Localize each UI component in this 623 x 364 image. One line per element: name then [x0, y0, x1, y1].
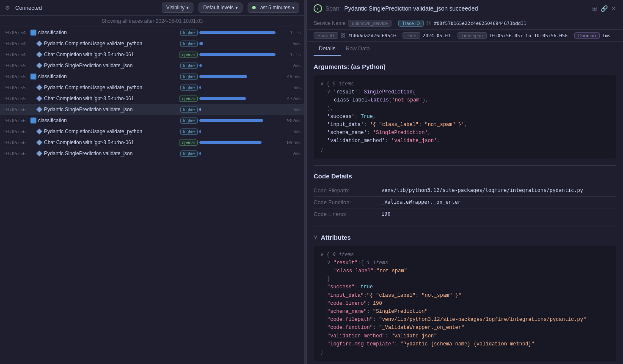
trace-bar-fill — [199, 141, 262, 144]
args-line-5: 'input_data': '{ "class_label": "not_spa… — [320, 121, 609, 129]
trace-bar-fill — [199, 53, 276, 56]
meta-bar2: Span ID ⛓ #b0b6da2d76c69540 Date 2024-05… — [307, 30, 623, 42]
trace-row[interactable]: 10:05:55Chat Completion with 'gpt-3.5-tu… — [0, 93, 304, 104]
tab-details[interactable]: Details — [314, 42, 341, 56]
trace-list[interactable]: 10:05:54classificationlogfire1.1s10:05:5… — [0, 27, 304, 364]
trace-tag: logfire — [180, 85, 198, 91]
span-title-text: Pydantic SinglePrediction validate_json … — [344, 5, 478, 12]
trace-row[interactable]: 10:05:56Chat Completion with 'gpt-3.5-tu… — [0, 137, 304, 148]
chevron-down-icon: ▾ — [186, 5, 189, 11]
trace-bar-area: 902ms — [199, 118, 301, 123]
trace-duration: 477ms — [282, 96, 301, 101]
trace-bar-track — [199, 64, 279, 67]
detail-content: Arguments: (as Python) ∨ { 5 items ∨ 're… — [307, 56, 623, 364]
trace-name: Chat Completion with 'gpt-3.5-turbo-061 — [44, 52, 177, 57]
attr-line-8: "code.filepath": "venv/lib/python3.12/si… — [320, 316, 609, 324]
trace-row[interactable]: 10:05:56Pydantic SinglePrediction valida… — [0, 104, 304, 115]
trace-row[interactable]: 10:05:55classificationlogfire491ms — [0, 71, 304, 82]
attributes-header[interactable]: ∨ Attributes — [314, 234, 616, 241]
trace-bar-fill — [199, 42, 203, 45]
trace-row[interactable]: 10:05:56classificationlogfire902ms — [0, 115, 304, 126]
args-line-8: } — [320, 145, 609, 153]
chain-icon2: ⛓ — [341, 33, 346, 38]
trace-bar-area: 1.1s — [199, 52, 301, 57]
code-details-title: Code Details — [314, 172, 616, 180]
date-item: Date 2024-05-01 — [402, 32, 450, 39]
trace-bar-track — [199, 31, 279, 34]
close-icon[interactable]: ✕ — [611, 5, 616, 12]
gear-icon[interactable]: ⚙ — [5, 5, 10, 11]
attr-line-4: "success": true — [320, 283, 609, 291]
trace-bar-track — [199, 141, 279, 144]
service-name-item: Service Name unknown_service — [314, 20, 391, 27]
trace-name: Pydantic SinglePrediction validate_json — [44, 151, 179, 156]
trace-row[interactable]: 10:05:54Chat Completion with 'gpt-3.5-tu… — [0, 49, 304, 60]
trace-tag: openai — [179, 140, 198, 146]
trace-time: 10:05:56 — [3, 118, 29, 123]
span-id-item: Span ID ⛓ #b0b6da2d76c69540 — [314, 32, 396, 39]
trace-time: 10:05:55 — [3, 74, 29, 79]
code-filepath-label: Code Filepath: — [314, 187, 381, 194]
trace-tag: openai — [179, 96, 198, 102]
trace-time: 10:05:54 — [3, 30, 29, 36]
trace-row[interactable]: 10:05:54Pydantic CompletionUsage validat… — [0, 38, 304, 49]
code-function-label: Code Function: — [314, 199, 381, 205]
trace-icon-square — [30, 30, 36, 36]
trace-duration: 2ms — [282, 63, 301, 68]
trace-duration: 1ms — [282, 85, 301, 90]
code-function-row: Code Function: _ValidateWrapper._on_ente… — [314, 196, 616, 208]
trace-name: classification — [38, 74, 179, 79]
trace-bar-fill — [199, 152, 201, 155]
trace-row[interactable]: 10:05:56Pydantic SinglePrediction valida… — [0, 148, 304, 159]
trace-bar-fill — [199, 75, 247, 78]
trace-time: 10:05:56 — [3, 107, 29, 112]
attr-line-10: "validation_method": "validate_json" — [320, 332, 609, 340]
divider2 — [314, 227, 616, 227]
attr-line-0: ∨ { 9 items — [320, 251, 609, 259]
attr-line-1: ∨ "result":{ 1 items — [320, 259, 609, 267]
trace-bar-area: 2ms — [199, 151, 301, 156]
detail-header: i Span: Pydantic SinglePrediction valida… — [307, 0, 623, 17]
trace-name: classification — [38, 30, 179, 36]
divider1 — [314, 165, 616, 166]
trace-tag: logfire — [180, 151, 198, 157]
args-line-4: 'success': True, — [320, 113, 609, 121]
trace-row[interactable]: 10:05:55Pydantic SinglePrediction valida… — [0, 60, 304, 71]
trace-duration: 5ms — [282, 41, 301, 47]
trace-bar-fill — [199, 31, 276, 34]
trace-name: Pydantic CompletionUsage validate_python — [44, 41, 179, 47]
link-icon[interactable]: 🔗 — [601, 5, 608, 12]
attr-line-6: "code.lineno": 190 — [320, 300, 609, 308]
trace-tag: logfire — [180, 107, 198, 113]
trace-row[interactable]: 10:05:56Pydantic CompletionUsage validat… — [0, 126, 304, 137]
chain-icon1: ⛓ — [426, 20, 431, 26]
trace-icon-diamond — [36, 129, 42, 134]
attr-line-2: "class_label":"not_spam" — [320, 267, 609, 275]
meta-bar1: Service Name unknown_service Trace ID ⛓ … — [307, 17, 623, 30]
trace-icon-square — [30, 118, 36, 123]
trace-time: 10:05:54 — [3, 41, 29, 47]
trace-name: classification — [38, 118, 179, 123]
time-span-value: 10:05:56.057 to 10:05:56.058 — [489, 33, 568, 38]
trace-row[interactable]: 10:05:54classificationlogfire1.1s — [0, 27, 304, 38]
top-bar: ⚙ Connected Visibility ▾ Default levels … — [0, 0, 304, 16]
default-levels-button[interactable]: Default levels ▾ — [198, 3, 243, 13]
tab-raw-data[interactable]: Raw Data — [341, 42, 375, 56]
visibility-button[interactable]: Visibility ▾ — [162, 3, 193, 13]
attributes-section: ∨ Attributes ∨ { 9 items ∨ "result":{ 1 … — [314, 234, 616, 361]
attributes-title: Attributes — [321, 234, 351, 241]
date-value: 2024-05-01 — [423, 33, 451, 38]
trace-time: 10:05:56 — [3, 129, 29, 134]
time-range-button[interactable]: Last 5 minutes ▾ — [248, 3, 299, 13]
service-name-value: unknown_service — [348, 20, 391, 27]
args-line-7: 'validation_method': 'validate_json', — [320, 137, 609, 145]
trace-time: 10:05:56 — [3, 140, 29, 145]
trace-name: Chat Completion with 'gpt-3.5-turbo-061 — [44, 140, 177, 145]
trace-bar-track — [199, 42, 279, 45]
trace-bar-area: 1.1s — [199, 30, 301, 36]
trace-icon-square — [30, 74, 36, 79]
trace-row[interactable]: 10:05:55Pydantic CompletionUsage validat… — [0, 82, 304, 93]
trace-name: Chat Completion with 'gpt-3.5-turbo-061 — [44, 96, 177, 101]
attributes-code-block: ∨ { 9 items ∨ "result":{ 1 items "class_… — [314, 246, 616, 361]
expand-icon[interactable]: ⊞ — [592, 5, 597, 12]
